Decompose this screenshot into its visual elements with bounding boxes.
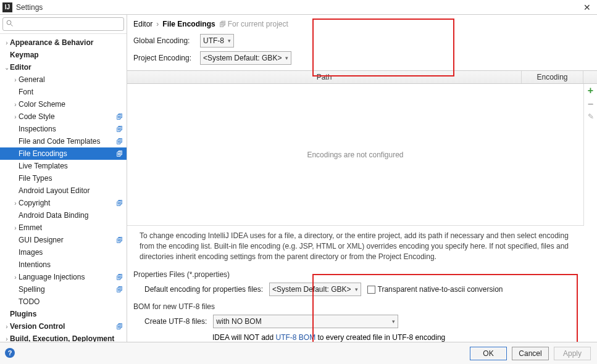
sidebar: ›Appearance & BehaviorKeymap⌄Editor›Gene… xyxy=(0,15,127,351)
window-title: Settings xyxy=(16,3,43,12)
chevron-icon: ⌄ xyxy=(4,64,10,71)
sidebar-item-label: Intentions xyxy=(19,260,51,269)
project-scope-icon: 🗐 xyxy=(115,125,124,133)
encoding-table-body[interactable]: Encodings are not configured xyxy=(127,84,583,226)
sidebar-item-label: Android Layout Editor xyxy=(19,186,90,195)
help-icon[interactable]: ? xyxy=(5,348,15,358)
properties-encoding-combo[interactable]: <System Default: GBK> ▾ xyxy=(269,283,361,296)
cancel-button[interactable]: Cancel xyxy=(512,347,549,360)
sidebar-item-label: Language Injections xyxy=(19,273,85,281)
transparent-ascii-checkbox[interactable]: Transparent native-to-ascii conversion xyxy=(367,285,503,294)
checkbox-label: Transparent native-to-ascii conversion xyxy=(378,285,503,294)
sidebar-item-label: File Types xyxy=(19,174,52,183)
remove-icon[interactable]: − xyxy=(588,99,593,110)
settings-tree[interactable]: ›Appearance & BehaviorKeymap⌄Editor›Gene… xyxy=(0,34,127,351)
sidebar-item-appearance-behavior[interactable]: ›Appearance & Behavior xyxy=(0,36,127,49)
sidebar-item-live-templates[interactable]: Live Templates xyxy=(0,160,127,172)
sidebar-item-android-layout-editor[interactable]: Android Layout Editor xyxy=(0,184,127,197)
sidebar-item-editor[interactable]: ⌄Editor xyxy=(0,61,127,73)
sidebar-item-android-data-binding[interactable]: Android Data Binding xyxy=(0,209,127,221)
project-scope-icon: 🗐 xyxy=(115,112,124,121)
project-scope-icon: 🗐 xyxy=(115,285,124,294)
col-path[interactable]: Path xyxy=(127,71,522,83)
sidebar-item-label: Images xyxy=(19,248,43,257)
app-logo-icon: IJ xyxy=(2,2,12,12)
sidebar-item-label: Color Scheme xyxy=(19,100,65,109)
checkbox-box-icon xyxy=(367,286,375,294)
bom-combo[interactable]: with NO BOM ▾ xyxy=(213,315,398,328)
sidebar-item-file-encodings[interactable]: File Encodings🗐 xyxy=(0,147,127,160)
chevron-icon: › xyxy=(12,77,19,83)
encoding-help-text: To change encoding IntelliJ IDEA uses fo… xyxy=(127,226,597,267)
bom-section-title: BOM for new UTF-8 files xyxy=(127,299,597,312)
chevron-icon: › xyxy=(12,274,19,281)
sidebar-item-gui-designer[interactable]: GUI Designer🗐 xyxy=(0,234,127,246)
sidebar-item-label: Inspections xyxy=(19,125,56,133)
sidebar-item-file-types[interactable]: File Types xyxy=(0,172,127,184)
edit-icon[interactable]: ✎ xyxy=(588,112,594,121)
chevron-down-icon: ▾ xyxy=(355,286,358,292)
bom-label: Create UTF-8 files: xyxy=(144,317,207,326)
sidebar-item-todo[interactable]: TODO xyxy=(0,296,127,308)
chevron-down-icon: ▾ xyxy=(228,38,231,44)
properties-section-title: Properties Files (*.properties) xyxy=(127,267,597,280)
chevron-down-icon: ▾ xyxy=(285,55,288,61)
sidebar-item-file-and-code-templates[interactable]: File and Code Templates🗐 xyxy=(0,135,127,147)
sidebar-item-language-injections[interactable]: ›Language Injections🗐 xyxy=(0,271,127,283)
project-encoding-combo[interactable]: <System Default: GBK> ▾ xyxy=(200,51,291,65)
search-wrap xyxy=(0,15,127,34)
sidebar-item-label: Keymap xyxy=(10,51,39,59)
sidebar-item-plugins[interactable]: Plugins xyxy=(0,308,127,320)
sidebar-item-images[interactable]: Images xyxy=(0,246,127,259)
encoding-table-area: Encodings are not configured + − ✎ xyxy=(127,84,597,226)
sidebar-item-label: File Encodings xyxy=(19,149,67,158)
chevron-icon: › xyxy=(4,39,10,46)
project-scope-icon: 🗐 xyxy=(115,199,124,207)
button-bar: ? OK Cancel Apply xyxy=(0,342,597,364)
project-scope-icon: 🗐 xyxy=(115,273,124,281)
sidebar-item-spelling[interactable]: Spelling🗐 xyxy=(0,283,127,296)
sidebar-item-label: Code Style xyxy=(19,112,55,121)
chevron-icon: › xyxy=(12,200,19,207)
scope-hint: 🗐 For current project xyxy=(219,20,288,28)
breadcrumb-leaf: File Encodings xyxy=(162,20,215,28)
sidebar-item-label: TODO xyxy=(19,297,40,306)
sidebar-item-label: File and Code Templates xyxy=(19,137,101,146)
sidebar-item-inspections[interactable]: Inspections🗐 xyxy=(0,123,127,135)
search-input[interactable] xyxy=(2,17,124,31)
sidebar-item-color-scheme[interactable]: ›Color Scheme xyxy=(0,98,127,110)
properties-encoding-row: Default encoding for properties files: <… xyxy=(127,280,597,299)
sidebar-item-keymap[interactable]: Keymap xyxy=(0,49,127,61)
breadcrumb-sep-icon: › xyxy=(156,20,159,28)
sidebar-item-code-style[interactable]: ›Code Style🗐 xyxy=(0,110,127,123)
breadcrumb: Editor › File Encodings 🗐 For current pr… xyxy=(127,15,597,32)
col-encoding[interactable]: Encoding xyxy=(522,71,583,83)
sidebar-item-emmet[interactable]: ›Emmet xyxy=(0,221,127,234)
utf8-bom-link[interactable]: UTF-8 BOM xyxy=(275,333,315,342)
sidebar-item-version-control[interactable]: ›Version Control🗐 xyxy=(0,320,127,333)
chevron-icon: › xyxy=(12,225,19,231)
chevron-icon: › xyxy=(12,114,19,120)
sidebar-item-label: Spelling xyxy=(19,285,45,294)
ok-button[interactable]: OK xyxy=(470,347,507,360)
global-encoding-combo[interactable]: UTF-8 ▾ xyxy=(200,34,234,48)
sidebar-item-intentions[interactable]: Intentions xyxy=(0,259,127,271)
add-icon[interactable]: + xyxy=(588,85,593,96)
project-scope-icon: 🗐 xyxy=(115,236,124,244)
apply-button[interactable]: Apply xyxy=(554,347,591,360)
sidebar-item-font[interactable]: Font xyxy=(0,86,127,98)
breadcrumb-root[interactable]: Editor xyxy=(133,20,152,28)
sidebar-item-general[interactable]: ›General xyxy=(0,73,127,86)
close-icon[interactable]: ✕ xyxy=(580,1,595,14)
chevron-icon: › xyxy=(4,323,10,330)
svg-line-1 xyxy=(11,25,13,27)
sidebar-item-label: Font xyxy=(19,88,33,96)
sidebar-item-label: General xyxy=(19,75,45,84)
sidebar-item-label: Plugins xyxy=(10,310,36,318)
chevron-down-icon: ▾ xyxy=(392,318,395,325)
sidebar-item-copyright[interactable]: ›Copyright🗐 xyxy=(0,197,127,209)
content-panel: Editor › File Encodings 🗐 For current pr… xyxy=(127,15,597,351)
global-encoding-row: Global Encoding: UTF-8 ▾ xyxy=(127,32,597,49)
sidebar-item-label: Emmet xyxy=(19,223,42,232)
sidebar-item-label: Editor xyxy=(10,63,31,72)
